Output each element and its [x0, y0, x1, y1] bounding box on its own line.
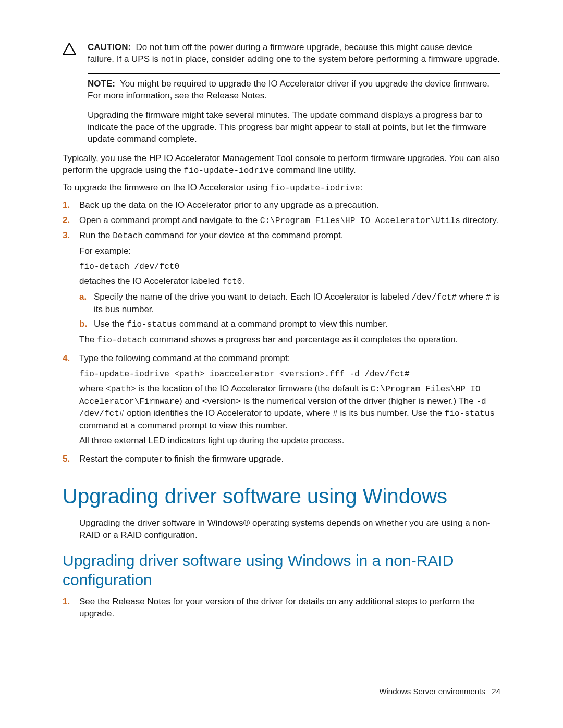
step-4-command: fio-update-iodrive <path> ioaccelerator_…: [79, 369, 410, 379]
step-3-detach-code: fct0: [222, 277, 242, 287]
s3-tail-code: fio-detach: [97, 336, 147, 345]
s3-tail-pre: The: [79, 335, 97, 344]
s3-tail-post: command shows a progress bar and percent…: [147, 335, 458, 344]
footer-label: Windows Server environments: [379, 687, 485, 696]
s3a-code1: /dev/fct#: [412, 293, 457, 302]
non-raid-step-1: 1. See the Release Notes for your versio…: [63, 596, 500, 620]
divider: [88, 73, 500, 74]
step-2-marker: 2.: [63, 215, 79, 227]
firmware-steps: 1. Back up the data on the IO Accelerato…: [63, 200, 500, 465]
step-3b-marker: b.: [79, 318, 94, 331]
step-3-detach-pre: detaches the IO Accelerator labeled: [79, 276, 222, 286]
s4-c4: #: [333, 409, 338, 418]
step-5-text: Restart the computer to finish the firmw…: [79, 453, 500, 465]
note-body: You might be required to upgrade the IO …: [88, 79, 489, 101]
s4-pre: where: [79, 384, 106, 393]
s4-mid4: is its bus number. Use the: [338, 408, 445, 418]
step-3a-marker: a.: [79, 291, 94, 316]
non-raid-step-1-text: See the Release Notes for your version o…: [79, 596, 500, 620]
s4-c1: <path>: [106, 385, 136, 394]
caution-icon-col: [63, 42, 88, 66]
s3a-code2: #: [486, 293, 491, 302]
to-upgrade-code: fio-update-iodrive: [270, 183, 360, 193]
h1-body: Upgrading the driver software in Windows…: [79, 517, 500, 541]
step-1-text: Back up the data on the IO Accelerator p…: [79, 200, 500, 212]
step-3-marker: 3.: [63, 230, 79, 349]
step-2-post: directory.: [460, 215, 498, 225]
page-footer: Windows Server environments 24: [379, 686, 500, 697]
step-3a-text: Specify the name of the drive you want t…: [94, 291, 500, 316]
step-4-marker: 4.: [63, 353, 79, 450]
footer-page-number: 24: [492, 687, 500, 696]
step-4-para: where <path> is the location of the IO A…: [79, 383, 500, 432]
step-3-for-example: For example:: [79, 245, 500, 257]
non-raid-step-1-marker: 1.: [63, 596, 79, 620]
step-3-code: Detach: [113, 231, 143, 241]
to-upgrade-line: To upgrade the firmware on the IO Accele…: [63, 182, 500, 194]
step-2-text: Open a command prompt and navigate to th…: [79, 215, 500, 227]
s4-post: command at a command prompt to view this…: [79, 421, 288, 430]
upgrade-info: Upgrading the firmware might take severa…: [88, 109, 500, 145]
heading-upgrading-driver: Upgrading driver software using Windows: [63, 482, 500, 510]
typical-intro: Typically, you use the HP IO Accelerator…: [63, 153, 500, 177]
s3b-post: command at a command prompt to view this…: [177, 319, 387, 329]
step-3-post: command for your device at the command p…: [143, 230, 344, 240]
to-upgrade-pre: To upgrade the firmware on the IO Accele…: [63, 182, 270, 192]
non-raid-steps: 1. See the Release Notes for your versio…: [63, 596, 500, 620]
step-3-content: Run the Detach command for your device a…: [79, 230, 500, 349]
step-3b: b. Use the fio-status command at a comma…: [79, 318, 500, 331]
step-5: 5. Restart the computer to finish the fi…: [63, 453, 500, 465]
heading-non-raid: Upgrading driver software using Windows …: [63, 551, 500, 590]
step-3-detach-post: .: [242, 276, 244, 286]
step-3a: a. Specify the name of the drive you wan…: [79, 291, 500, 316]
page: CAUTION: Do not turn off the power durin…: [0, 0, 563, 728]
s3a-mid: where: [457, 292, 486, 302]
s4-c5: fio-status: [445, 409, 495, 418]
step-1: 1. Back up the data on the IO Accelerato…: [63, 200, 500, 212]
typical-intro-code: fio-update-iodrive: [183, 166, 274, 176]
caution-text: CAUTION: Do not turn off the power durin…: [88, 42, 500, 66]
s4-mid1: is the location of the IO Accelerator fi…: [136, 384, 371, 393]
note-block: NOTE: You might be required to upgrade t…: [88, 78, 500, 102]
step-3-detach-line: detaches the IO Accelerator labeled fct0…: [79, 276, 500, 288]
note-lead: NOTE:: [88, 79, 115, 89]
step-3-pre: Run the: [79, 230, 113, 240]
step-4-led: All three external LED indicators light …: [79, 435, 500, 447]
step-3-tail: The fio-detach command shows a progress …: [79, 334, 500, 347]
step-5-marker: 5.: [63, 453, 79, 465]
s3b-pre: Use the: [94, 319, 127, 329]
caution-body: Do not turn off the power during a firmw…: [88, 42, 500, 64]
step-4-lead: Type the following command at the comman…: [79, 353, 290, 363]
step-3-example-code: fio-detach /dev/fct0: [79, 262, 179, 272]
s4-mid2: ) and <version> is the numerical version…: [179, 396, 476, 406]
caution-block: CAUTION: Do not turn off the power durin…: [63, 42, 500, 66]
s4-mid3: option identifies the IO Accelerator to …: [124, 408, 333, 418]
s3a-pre: Specify the name of the drive you want t…: [94, 292, 412, 302]
warning-triangle-icon: [63, 43, 76, 55]
step-2-pre: Open a command prompt and navigate to th…: [79, 215, 260, 225]
caution-lead: CAUTION:: [88, 42, 131, 52]
step-4: 4. Type the following command at the com…: [63, 353, 500, 450]
step-4-content: Type the following command at the comman…: [79, 353, 500, 450]
step-3: 3. Run the Detach command for your devic…: [63, 230, 500, 349]
to-upgrade-post: :: [360, 182, 363, 192]
upgrade-info-text: Upgrading the firmware might take severa…: [88, 110, 486, 144]
step-3b-text: Use the fio-status command at a command …: [94, 318, 500, 331]
s3b-code: fio-status: [127, 320, 177, 329]
step-1-marker: 1.: [63, 200, 79, 212]
step-2-code: C:\Program Files\HP IO Accelerator\Utils: [260, 216, 460, 226]
step-2: 2. Open a command prompt and navigate to…: [63, 215, 500, 227]
typical-intro-post: command line utility.: [274, 165, 356, 175]
step-3-substeps: a. Specify the name of the drive you wan…: [79, 291, 500, 331]
